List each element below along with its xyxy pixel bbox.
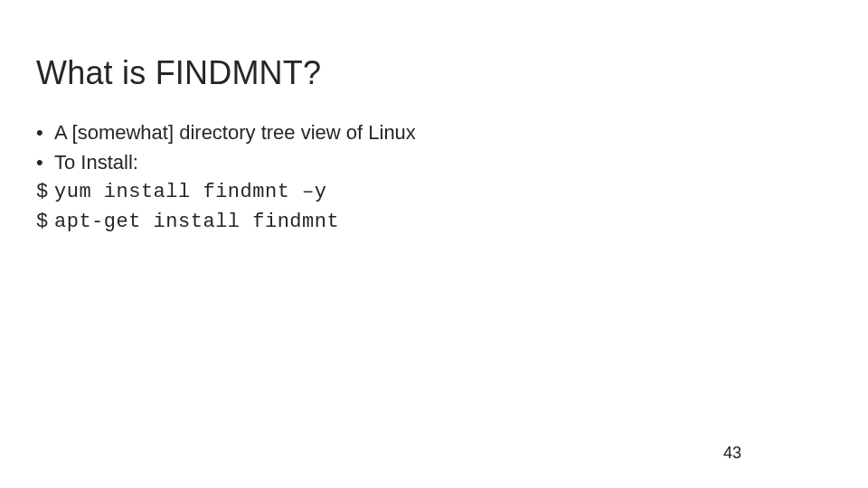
bullet-marker: • (36, 147, 54, 177)
bullet-item: • A [somewhat] directory tree view of Li… (36, 117, 832, 147)
bullet-item: • To Install: (36, 147, 832, 177)
page-number: 43 (723, 444, 741, 463)
command-line: $ apt-get install findmnt (36, 207, 832, 237)
slide-container: What is FINDMNT? • A [somewhat] director… (0, 0, 868, 488)
bullet-text: A [somewhat] directory tree view of Linu… (54, 117, 416, 147)
shell-prompt: $ (36, 207, 54, 237)
command-line: $ yum install findmnt –y (36, 177, 832, 207)
slide-title: What is FINDMNT? (36, 54, 832, 92)
command-text: apt-get install findmnt (54, 207, 339, 237)
command-text: yum install findmnt –y (54, 177, 326, 207)
bullet-text: To Install: (54, 147, 138, 177)
shell-prompt: $ (36, 177, 54, 207)
bullet-marker: • (36, 117, 54, 147)
